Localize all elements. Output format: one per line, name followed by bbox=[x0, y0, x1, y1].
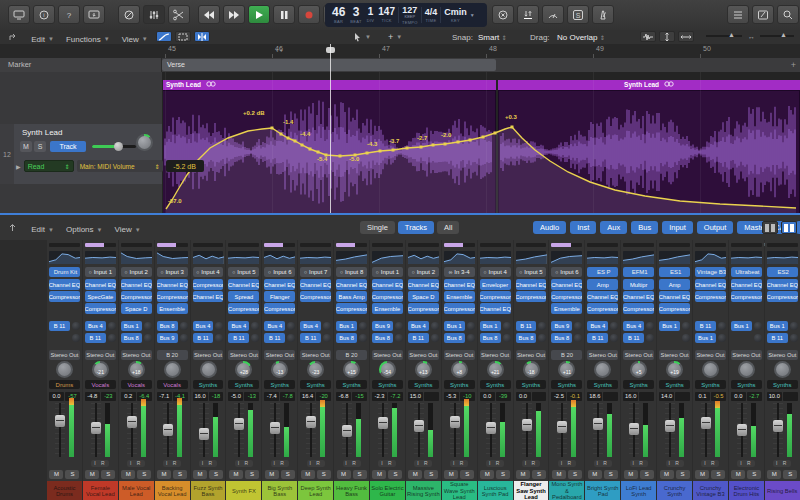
filter-bus[interactable]: Bus bbox=[631, 221, 658, 234]
filter-inst[interactable]: Inst bbox=[570, 221, 596, 234]
send-slot-button[interactable]: Bus 8 bbox=[372, 333, 393, 343]
channel-strip-1[interactable]: Drum Kit Channel EQCompressor B 11 Stere… bbox=[47, 240, 82, 500]
solo-button[interactable]: S bbox=[209, 470, 223, 479]
volume-db-value[interactable]: -5.0 bbox=[228, 392, 243, 401]
mute-button[interactable]: M bbox=[660, 470, 674, 479]
fx-slot-button[interactable]: Compressor bbox=[85, 303, 116, 314]
vca-slot-button[interactable]: Synths bbox=[551, 380, 582, 389]
send-level-knob[interactable] bbox=[144, 334, 152, 342]
output-slot-button[interactable]: Stereo Out bbox=[408, 350, 439, 360]
output-slot-button[interactable]: Stereo Out bbox=[695, 350, 726, 360]
output-slot-button[interactable]: Stereo Out bbox=[372, 350, 403, 360]
pan-knob[interactable]: +5 bbox=[630, 361, 647, 378]
send-level-knob[interactable] bbox=[180, 322, 188, 330]
automation-curve-icon[interactable] bbox=[156, 31, 172, 42]
eq-thumbnail[interactable] bbox=[623, 251, 654, 264]
eq-thumbnail[interactable] bbox=[228, 251, 259, 264]
track-name-plate[interactable]: Acoustic Drums bbox=[47, 481, 82, 500]
drag-select[interactable]: No Overlap ⇕ bbox=[557, 33, 605, 42]
output-slot-button[interactable]: Stereo Out bbox=[480, 350, 511, 360]
output-slot-button[interactable]: Stereo Out bbox=[731, 350, 762, 360]
fx-slot-button[interactable]: Multipr bbox=[623, 279, 654, 290]
mixer-menu-options[interactable]: Options▼ bbox=[60, 223, 109, 237]
fx-slot-button[interactable]: Compressor bbox=[193, 279, 224, 290]
volume-fader[interactable] bbox=[414, 403, 424, 457]
pan-knob[interactable] bbox=[136, 134, 153, 151]
vertical-zoom-icon[interactable] bbox=[659, 31, 675, 42]
automation-mode-select[interactable]: Read⇕ bbox=[24, 160, 74, 172]
track-name-plate[interactable]: Flanger Saw Synth Lead bbox=[514, 481, 549, 500]
mute-button[interactable]: M bbox=[85, 470, 99, 479]
send-slot-button[interactable]: Bus 1 bbox=[444, 321, 465, 331]
fx-slot-button[interactable]: Compressor bbox=[731, 291, 762, 302]
output-slot-button[interactable]: Stereo Out bbox=[49, 350, 80, 360]
vca-slot-button[interactable]: Synths bbox=[767, 380, 798, 389]
channel-strip-9[interactable]: ○Input 8 Channel EQBass AmpCompressor Bu… bbox=[334, 240, 369, 500]
send-level-knob[interactable] bbox=[359, 334, 367, 342]
input-monitor-record-buttons[interactable]: I R bbox=[522, 460, 540, 467]
track-name-plate[interactable]: Big Synth Bass bbox=[262, 481, 297, 500]
record-icon[interactable] bbox=[298, 5, 320, 24]
send-level-knob[interactable] bbox=[323, 334, 331, 342]
send-level-knob[interactable] bbox=[646, 334, 654, 342]
list-editor-icon[interactable] bbox=[727, 5, 749, 24]
channel-strip-4[interactable]: ○Input 3 Channel EQCompressorEnsemble Bu… bbox=[155, 240, 190, 500]
fx-slot-button[interactable]: Compressor bbox=[372, 291, 403, 302]
pan-knob[interactable]: +11 bbox=[558, 361, 575, 378]
fx-slot-button[interactable]: Compressor bbox=[336, 303, 367, 314]
filter-audio[interactable]: Audio bbox=[533, 221, 566, 234]
channel-strip-18[interactable]: ES1 AmpChannel EQCompressor Bus 1 Stereo… bbox=[657, 240, 692, 500]
input-slot-button[interactable]: ○Input 5 bbox=[516, 267, 547, 277]
channel-strip-20[interactable]: Ultrabeat Channel EQCompressor Bus 1 Ste… bbox=[729, 240, 764, 500]
track-name-plate[interactable]: Female Vocal Lead bbox=[83, 481, 118, 500]
vca-slot-button[interactable]: Synths bbox=[193, 380, 224, 389]
play-icon[interactable] bbox=[248, 5, 270, 24]
input-monitor-record-buttons[interactable]: I R bbox=[271, 460, 289, 467]
mute-button[interactable]: M bbox=[516, 470, 530, 479]
send-slot-button[interactable]: Bus 4 bbox=[300, 321, 321, 331]
solo-button[interactable]: S bbox=[532, 470, 546, 479]
pan-knob[interactable]: +28 bbox=[235, 361, 252, 378]
fx-slot-button[interactable]: Compressor bbox=[300, 291, 331, 302]
metronome-icon[interactable] bbox=[592, 5, 614, 24]
vertical-zoom-slider[interactable]: ▲ bbox=[706, 35, 742, 37]
solo-button[interactable]: S bbox=[747, 470, 761, 479]
vca-slot-button[interactable]: Synths bbox=[372, 380, 403, 389]
solo-button[interactable]: S bbox=[101, 470, 115, 479]
fx-slot-button[interactable]: Space D bbox=[408, 291, 439, 302]
output-slot-button[interactable]: Stereo Out bbox=[121, 350, 152, 360]
pan-knob[interactable]: -23 bbox=[307, 361, 324, 378]
volume-fader[interactable] bbox=[737, 403, 747, 457]
volume-fader[interactable] bbox=[665, 403, 675, 457]
pause-icon[interactable] bbox=[273, 5, 295, 24]
fx-slot-button[interactable]: Channel EQ bbox=[264, 279, 295, 290]
send-level-knob[interactable] bbox=[538, 334, 546, 342]
send-level-knob[interactable] bbox=[180, 334, 188, 342]
volume-fader[interactable] bbox=[234, 403, 244, 457]
pan-knob[interactable] bbox=[702, 361, 719, 378]
fx-slot-button[interactable]: Channel EQ bbox=[767, 279, 798, 290]
vca-slot-button[interactable]: Synths bbox=[587, 380, 618, 389]
input-monitor-record-buttons[interactable]: I R bbox=[666, 460, 684, 467]
info-icon[interactable]: i bbox=[33, 5, 55, 24]
fx-slot-button[interactable]: Channel EQ bbox=[659, 291, 690, 302]
input-slot-button[interactable]: ○Input 5 bbox=[228, 267, 259, 277]
send-slot-button[interactable]: Bus 1 bbox=[336, 321, 357, 331]
pan-knob[interactable] bbox=[738, 361, 755, 378]
solo-icon[interactable]: S bbox=[567, 5, 589, 24]
mute-button[interactable]: M bbox=[552, 470, 566, 479]
fx-slot-button[interactable]: Amp bbox=[659, 279, 690, 290]
vca-slot-button[interactable]: Synths bbox=[336, 380, 367, 389]
fx-slot-button[interactable]: Ensemble bbox=[372, 303, 403, 314]
channel-strip-6[interactable]: ○Input 5 Channel EQSpreadCompressor Bus … bbox=[226, 240, 261, 500]
input-slot-button[interactable]: ○Input 7 bbox=[300, 267, 331, 277]
solo-button[interactable]: S bbox=[65, 470, 79, 479]
volume-fader[interactable] bbox=[270, 403, 280, 457]
send-level-knob[interactable] bbox=[144, 322, 152, 330]
filter-output[interactable]: Output bbox=[697, 221, 734, 234]
input-slot-button[interactable]: EFM1 bbox=[623, 267, 654, 277]
mute-button[interactable]: M bbox=[121, 470, 135, 479]
vca-slot-button[interactable]: Synths bbox=[480, 380, 511, 389]
fx-slot-button[interactable]: Channel EQ bbox=[300, 279, 331, 290]
volume-fader[interactable] bbox=[342, 403, 352, 457]
